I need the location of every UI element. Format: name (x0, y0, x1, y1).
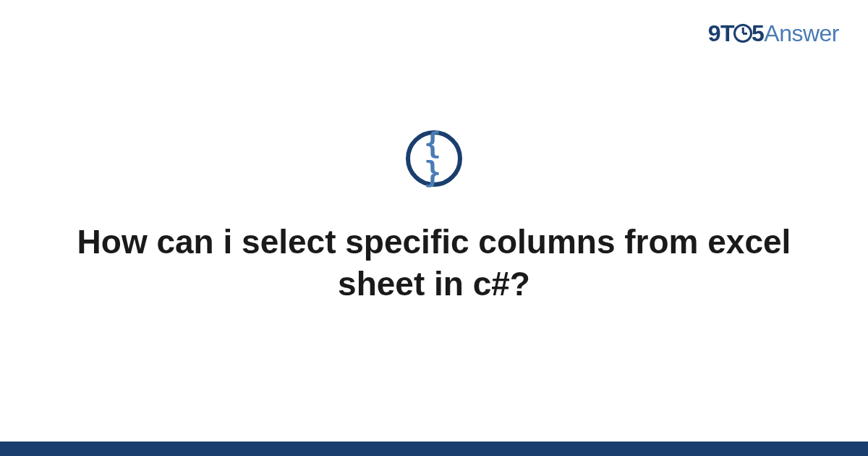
logo-part-answer: Answer (764, 20, 839, 46)
logo-part-5: 5 (752, 20, 764, 46)
code-braces-icon: { } (406, 130, 462, 187)
footer-bar (0, 442, 868, 456)
clock-icon (733, 24, 752, 43)
logo-part-9t: 9T (708, 20, 734, 46)
site-logo: 9T5Answer (708, 20, 839, 47)
main-content: { } How can i select specific columns fr… (0, 130, 868, 305)
question-title: How can i select specific columns from e… (0, 221, 868, 305)
braces-glyph: { } (410, 129, 458, 187)
